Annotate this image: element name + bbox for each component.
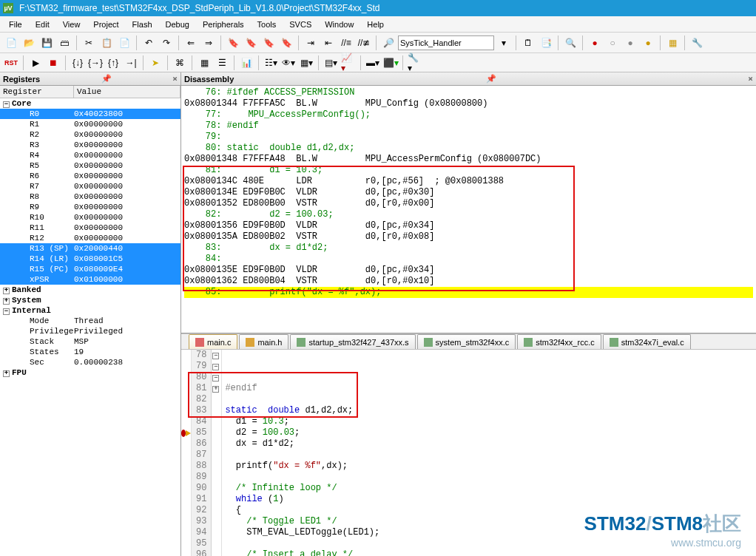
reg-group-core[interactable]: −Core — [0, 98, 180, 109]
reg-row[interactable]: R10x00000000 — [0, 119, 180, 129]
find-in-files-icon[interactable]: 📑 — [538, 35, 554, 51]
source-line[interactable]: dx = d1*d2; — [225, 438, 756, 450]
registers-pushpin-icon[interactable]: 📌 — [101, 74, 112, 84]
menu-window[interactable]: Window — [319, 18, 360, 30]
reg-row[interactable]: States19 — [0, 347, 180, 357]
source-line[interactable]: printf("dx = %f",dx); — [225, 461, 756, 472]
debug-start-icon[interactable]: 🔍 — [562, 35, 578, 51]
copy-icon[interactable]: 📋 — [98, 35, 115, 51]
breakpoint-disable-icon[interactable]: ● — [622, 35, 638, 51]
nav-back-icon[interactable]: ⇐ — [183, 35, 199, 51]
reg-row[interactable]: R20x00000000 — [0, 129, 180, 140]
reset-icon[interactable]: RST — [3, 55, 19, 71]
uncomment-icon[interactable]: //≢ — [356, 35, 372, 51]
disassembly-close-icon[interactable]: × — [748, 74, 753, 84]
editor-tab[interactable]: startup_stm32f427_437xx.s — [290, 334, 415, 349]
reg-row[interactable]: ModeThread — [0, 316, 180, 326]
reg-row[interactable]: R00x40023800 — [0, 109, 180, 119]
reg-row[interactable]: R30x00000000 — [0, 140, 180, 150]
menu-project[interactable]: Project — [87, 18, 124, 30]
source-line[interactable]: /* Infinite loop */ — [225, 483, 756, 494]
reg-row[interactable]: R40x00000000 — [0, 150, 180, 160]
run-to-cursor-icon[interactable]: →| — [123, 55, 139, 71]
symbols-icon[interactable]: ☰ — [214, 55, 230, 71]
cut-icon[interactable]: ✂ — [81, 35, 97, 51]
menu-edit[interactable]: Edit — [30, 18, 55, 30]
toolbox-icon[interactable]: 🔧▾ — [407, 55, 423, 71]
nav-fwd-icon[interactable]: ⇒ — [200, 35, 217, 51]
disassembly-view[interactable]: 76: #ifdef ACCESS_PERMISSION 0x08001344 … — [181, 86, 756, 333]
reg-row[interactable]: R120x00000000 — [0, 233, 180, 243]
reg-group[interactable]: −Internal — [0, 305, 180, 316]
incremental-find-icon[interactable]: 🗒 — [520, 35, 536, 51]
comment-icon[interactable]: //≡ — [338, 35, 354, 51]
callstack-icon[interactable]: ☷▾ — [263, 55, 279, 71]
reg-row[interactable]: PrivilegePrivileged — [0, 326, 180, 336]
menu-help[interactable]: Help — [361, 18, 390, 30]
source-line[interactable]: static double d1,d2,dx; — [225, 405, 756, 416]
reg-row[interactable]: R110x00000000 — [0, 223, 180, 233]
reg-row[interactable]: R80x00000000 — [0, 191, 180, 202]
system-icon[interactable]: ⬛▾ — [382, 55, 399, 71]
source-editor[interactable]: 7879808182838485868788899091929394959697… — [181, 350, 756, 556]
find-combo[interactable] — [398, 35, 494, 50]
save-icon[interactable]: 💾 — [38, 35, 55, 51]
breakpoint-red-icon[interactable]: ● — [587, 35, 603, 51]
registers-icon[interactable]: 📊 — [238, 55, 254, 71]
reg-group-fpu[interactable]: +FPU — [0, 367, 180, 378]
source-line[interactable]: { — [225, 505, 756, 516]
undo-icon[interactable]: ↶ — [141, 35, 157, 51]
source-line[interactable]: /* Insert a delay */ — [225, 549, 756, 556]
editor-tab[interactable]: stm324x7i_eval.c — [603, 334, 691, 349]
trace-icon[interactable]: ▬▾ — [365, 55, 381, 71]
serial-icon[interactable]: ▤▾ — [323, 55, 339, 71]
bookmark-icon[interactable]: 🔖 — [225, 35, 241, 51]
source-line[interactable]: while (1) — [225, 494, 756, 505]
command-icon[interactable]: ⌘ — [172, 55, 188, 71]
reg-row[interactable]: R70x00000000 — [0, 181, 180, 191]
analyzer-icon[interactable]: 📈▾ — [340, 55, 357, 71]
source-line[interactable] — [225, 472, 756, 483]
reg-row[interactable]: R14 (LR)0x080001C5 — [0, 254, 180, 264]
breakpoint-gray-icon[interactable]: ○ — [604, 35, 621, 51]
step-over-icon[interactable]: {→} — [87, 55, 104, 71]
editor-tab[interactable]: main.c — [189, 334, 237, 349]
run-icon[interactable]: ▶ — [27, 55, 44, 71]
source-line[interactable] — [225, 538, 756, 549]
reg-row[interactable]: StackMSP — [0, 336, 180, 347]
registers-close-icon[interactable]: × — [172, 74, 178, 84]
source-line[interactable] — [225, 394, 756, 405]
bookmark-prev-icon[interactable]: 🔖 — [243, 35, 259, 51]
find-icon[interactable]: 🔎 — [380, 35, 396, 51]
menu-tools[interactable]: Tools — [252, 18, 283, 30]
reg-row[interactable]: R100x00000000 — [0, 212, 180, 223]
reg-group[interactable]: +Banked — [0, 285, 180, 295]
reg-row[interactable]: R13 (SP)0x20000440 — [0, 243, 180, 254]
config-icon[interactable]: 🔧 — [689, 35, 705, 51]
redo-icon[interactable]: ↷ — [158, 35, 175, 51]
source-line[interactable]: d2 = 100.03; — [225, 427, 756, 438]
watch-icon[interactable]: 👁▾ — [280, 55, 297, 71]
show-next-icon[interactable]: ➤ — [147, 55, 163, 71]
new-file-icon[interactable]: 📄 — [3, 35, 19, 51]
source-line[interactable]: /* Toggle LED1 */ — [225, 516, 756, 527]
menu-svcs[interactable]: SVCS — [283, 18, 317, 30]
open-icon[interactable]: 📂 — [21, 35, 37, 51]
source-line[interactable] — [225, 450, 756, 461]
menu-view[interactable]: View — [57, 18, 87, 30]
outdent-icon[interactable]: ⇤ — [320, 35, 337, 51]
editor-tab[interactable]: system_stm32f4xx.c — [417, 334, 516, 349]
menu-debug[interactable]: Debug — [160, 18, 195, 30]
breakpoint-kill-icon[interactable]: ● — [640, 35, 656, 51]
editor-tab[interactable]: stm32f4xx_rcc.c — [517, 334, 601, 349]
indent-icon[interactable]: ⇥ — [303, 35, 319, 51]
find-go-icon[interactable]: ▾ — [496, 35, 512, 51]
reg-group[interactable]: +System — [0, 295, 180, 305]
memory-icon[interactable]: ▦▾ — [298, 55, 314, 71]
stop-icon[interactable]: ⏹ — [45, 55, 61, 71]
menu-peripherals[interactable]: Peripherals — [197, 18, 250, 30]
window-icon[interactable]: ▦ — [664, 35, 681, 51]
reg-row[interactable]: xPSR0x01000000 — [0, 274, 180, 285]
save-all-icon[interactable]: 🗃 — [56, 35, 72, 51]
reg-row[interactable]: R60x00000000 — [0, 171, 180, 181]
